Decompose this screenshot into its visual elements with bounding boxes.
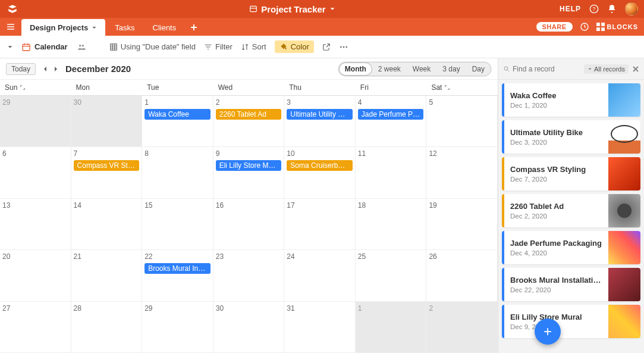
sort-button[interactable]: Sort [241,42,266,51]
close-panel-icon[interactable] [632,65,639,73]
share-button[interactable]: SHARE [536,22,573,32]
calendar-cell[interactable]: 8 [142,147,213,198]
next-month-button[interactable] [52,65,59,73]
tab-bar: Design Projects Tasks Clients SHARE BLOC… [0,18,644,36]
record-card[interactable]: 2260 Tablet AdDec 2, 2020 [502,194,640,227]
share-view-icon[interactable] [322,43,331,51]
menu-icon[interactable] [6,22,15,32]
add-table-button[interactable] [186,19,202,36]
calendar-event[interactable]: 2260 Tablet Ad [216,109,282,120]
chevron-down-icon [588,67,592,71]
calendar-grid[interactable]: 29301Waka Coffee22260 Tablet Ad3Ultimate… [0,96,498,353]
calendar-cell[interactable]: 21 [71,250,143,301]
calendar-event[interactable]: Eli Lilly Store Mural [216,160,282,171]
record-card[interactable]: Jade Perfume PackagingDec 4, 2020 [502,231,640,264]
tab-clients[interactable]: Clients [144,19,185,36]
record-card[interactable]: Eli Lilly Store MuralDec 9, 2020 [502,305,640,338]
expand-icon[interactable] [20,85,26,90]
blocks-button[interactable]: BLOCKS [596,23,638,31]
views-dropdown[interactable] [7,44,13,50]
search-input[interactable] [513,65,580,73]
calendar-cell[interactable]: 29 [142,302,213,353]
calendar-cell[interactable]: 30 [213,302,285,353]
calendar-cell[interactable]: 2 [426,302,498,353]
record-date: Dec 1, 2020 [510,102,602,109]
record-list[interactable]: Waka CoffeeDec 1, 2020Ultimate Utility B… [498,80,644,353]
calendar-cell[interactable]: 20 [0,250,71,301]
expand-icon[interactable] [444,85,450,90]
calendar-cell[interactable]: 13 [0,199,71,250]
day-header: Mon [71,80,143,95]
calendar-cell[interactable]: 3Ultimate Utility Bike [284,96,356,147]
calendar-cell[interactable]: 5 [426,96,498,147]
calendar-cell[interactable]: 25 [356,250,427,301]
calendar-cell[interactable]: 4Jade Perfume Pac... [356,96,427,147]
calendar-cell[interactable]: 14 [71,199,143,250]
calendar-cell[interactable]: 6 [0,147,71,198]
tab-design-projects[interactable]: Design Projects [21,19,105,36]
calendar-cell[interactable]: 27 [0,302,71,353]
prev-month-button[interactable] [42,65,49,73]
help-icon[interactable]: ? [589,4,599,14]
calendar-cell[interactable]: 29 [0,96,71,147]
help-link[interactable]: HELP [560,5,581,13]
calendar-cell[interactable]: 18 [356,199,427,250]
calendar-cell[interactable]: 19 [426,199,498,250]
history-icon[interactable] [580,22,589,32]
segment-day[interactable]: Day [466,63,491,76]
calendar-cell[interactable]: 22Brooks Mural Inst... [142,250,213,301]
calendar-cell[interactable]: 15 [142,199,213,250]
segment-week[interactable]: Week [407,63,436,76]
calendar-event[interactable]: Waka Coffee [144,109,211,120]
filter-chip-label: All records [594,65,625,73]
calendar-cell[interactable]: 1Waka Coffee [142,96,213,147]
record-card[interactable]: Compass VR StylingDec 7, 2020 [502,157,640,190]
calendar-cell[interactable]: 12 [426,147,498,198]
color-button[interactable]: Color [275,40,314,53]
day-number: 11 [358,149,424,158]
filter-button[interactable]: Filter [204,42,233,51]
record-card[interactable]: Waka CoffeeDec 1, 2020 [502,83,640,117]
calendar-cell[interactable]: 30 [71,96,143,147]
calendar-event[interactable]: Ultimate Utility Bike [287,109,353,120]
collaborators-icon[interactable] [76,43,87,51]
plus-icon [190,24,197,31]
calendar-cell[interactable]: 31 [284,302,356,353]
calendar-event[interactable]: Jade Perfume Pac... [358,109,424,120]
tab-tasks[interactable]: Tasks [106,19,143,36]
date-field-selector[interactable]: Using "Due date" field [109,42,196,51]
calendar-cell[interactable]: 11 [356,147,427,198]
calendar-cell[interactable]: 28 [71,302,143,353]
segment-2week[interactable]: 2 week [372,63,407,76]
active-view[interactable]: Calendar [21,42,68,52]
today-button[interactable]: Today [6,63,36,75]
calendar-event[interactable]: Brooks Mural Inst... [144,263,211,274]
calendar-event[interactable]: Compass VR Styli... [74,160,140,171]
app-logo[interactable] [6,2,19,15]
record-sidepanel: All records Waka CoffeeDec 1, 2020Ultima… [498,58,644,353]
calendar-cell[interactable]: 9Eli Lilly Store Mural [213,147,285,198]
calendar-cell[interactable]: 23 [213,250,285,301]
segment-3day[interactable]: 3 day [436,63,466,76]
calendar-cell[interactable]: 7Compass VR Styli... [71,147,143,198]
calendar-cell[interactable]: 10Soma Cruiserboard [284,147,356,198]
calendar-cell[interactable]: 26 [426,250,498,301]
record-search[interactable] [503,65,580,73]
calendar-cell[interactable]: 17 [284,199,356,250]
calendar-cell[interactable]: 24 [284,250,356,301]
base-title[interactable]: Project Tracker [25,4,560,14]
record-card[interactable]: Brooks Mural InstallationDec 22, 2020 [502,268,640,301]
calendar-event[interactable]: Soma Cruiserboard [287,160,353,171]
notifications-icon[interactable] [607,4,617,14]
calendar-cell[interactable]: 22260 Tablet Ad [213,96,285,147]
day-number: 5 [429,98,495,107]
more-options-icon[interactable] [339,42,348,52]
add-record-fab[interactable]: + [535,318,561,345]
segment-month[interactable]: Month [339,63,372,76]
records-filter-chip[interactable]: All records [584,64,629,74]
calendar-cell[interactable]: 1 [356,302,427,353]
record-thumbnail [608,231,640,264]
calendar-cell[interactable]: 16 [213,199,285,250]
record-card[interactable]: Ultimate Utility BikeDec 3, 2020 [502,120,640,154]
user-avatar[interactable] [625,2,638,15]
